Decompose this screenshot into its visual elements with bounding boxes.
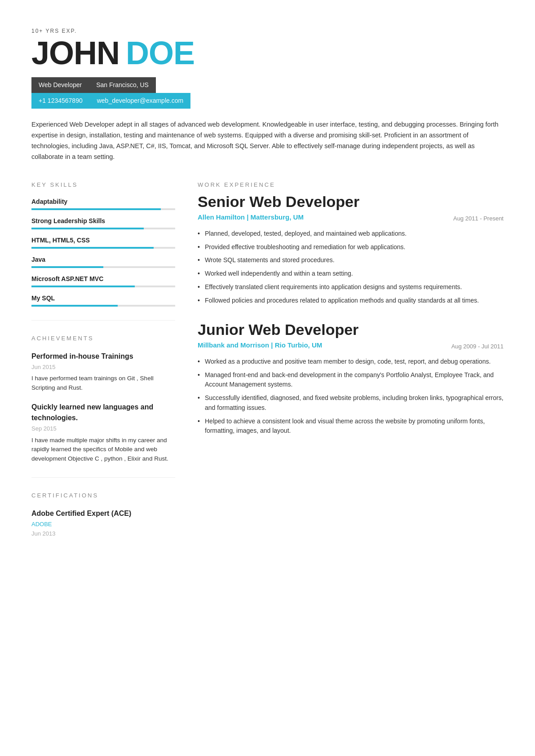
first-name: JOHN (31, 37, 119, 69)
work-bullet: Helped to achieve a consistent look and … (198, 417, 504, 436)
email-tag: web_developer@example.com (90, 93, 190, 109)
certifications-list: Adobe Certified Expert (ACE) ADOBE Jun 2… (31, 508, 175, 538)
work-list: Senior Web Developer Allen Hamilton | Ma… (198, 193, 504, 436)
work-bullets-list: Planned, developed, tested, deployed, an… (198, 229, 504, 305)
skills-list: Adaptability Strong Leadership Skills HT… (31, 197, 175, 307)
achievement-title: Performed in-house Trainings (31, 351, 175, 362)
skill-item: Strong Leadership Skills (31, 216, 175, 229)
skill-name: Java (31, 255, 175, 264)
work-date: Aug 2011 - Present (453, 212, 504, 223)
last-name: DOE (126, 37, 195, 69)
key-skills-title: KEY SKILLS (31, 180, 175, 189)
skill-name: HTML, HTML5, CSS (31, 236, 175, 245)
work-header: Allen Hamilton | Mattersburg, UM Aug 201… (198, 212, 504, 223)
work-company: Millbank and Morrison | Rio Turbio, UM (198, 340, 322, 351)
name-row: JOHN DOE (31, 37, 504, 69)
cert-date: Jun 2013 (31, 529, 175, 538)
skill-bar-fill (31, 208, 161, 210)
skill-bar-fill (31, 228, 144, 229)
work-bullet: Worked well independently and within a t… (198, 269, 504, 279)
skill-item: Java (31, 255, 175, 268)
work-bullet: Managed front-end and back-end developme… (198, 370, 504, 390)
work-item: Senior Web Developer Allen Hamilton | Ma… (198, 193, 504, 305)
left-column: KEY SKILLS Adaptability Strong Leadershi… (31, 180, 175, 538)
work-company: Allen Hamilton | Mattersburg, UM (198, 212, 304, 223)
achievement-desc: I have made multiple major shifts in my … (31, 436, 175, 464)
achievement-date: Jun 2015 (31, 363, 175, 372)
achievements-section: ACHIEVEMENTS Performed in-house Training… (31, 334, 175, 464)
location-tag: San Francisco, US (89, 77, 156, 93)
skill-bar-bg (31, 208, 175, 210)
work-bullet: Provided effective troubleshooting and r… (198, 242, 504, 252)
work-item: Junior Web Developer Millbank and Morris… (198, 321, 504, 436)
skill-bar-bg (31, 266, 175, 268)
key-skills-section: KEY SKILLS Adaptability Strong Leadershi… (31, 180, 175, 307)
skill-bar-bg (31, 247, 175, 249)
skill-bar-bg (31, 228, 175, 229)
contact-line-1: Web Developer San Francisco, US (31, 77, 504, 93)
work-bullet: Followed policies and procedures related… (198, 296, 504, 306)
skill-name: Adaptability (31, 197, 175, 207)
skill-bar-fill (31, 266, 103, 268)
skill-bar-fill (31, 247, 154, 249)
achievements-list: Performed in-house Trainings Jun 2015 I … (31, 351, 175, 464)
achievement-desc: I have performed team trainings on Git ,… (31, 374, 175, 393)
contact-line-2: +1 1234567890 web_developer@example.com (31, 93, 504, 109)
certifications-section: CERTIFICATIONS Adobe Certified Expert (A… (31, 491, 175, 538)
right-column: WORK EXPERIENCE Senior Web Developer All… (198, 180, 504, 538)
work-bullet: Worked as a productive and positive team… (198, 357, 504, 367)
achievements-title: ACHIEVEMENTS (31, 334, 175, 343)
work-bullet: Effectively translated client requiremen… (198, 282, 504, 292)
achievement-title: Quickly learned new languages and techno… (31, 402, 175, 423)
achievement-date: Sep 2015 (31, 424, 175, 433)
cert-title: Adobe Certified Expert (ACE) (31, 508, 175, 519)
skill-bar-bg (31, 286, 175, 287)
skill-item: Microsoft ASP.NET MVC (31, 274, 175, 287)
skill-bar-fill (31, 286, 135, 287)
contact-bar: Web Developer San Francisco, US +1 12345… (31, 77, 504, 109)
job-title-tag: Web Developer (31, 77, 89, 93)
certifications-title: CERTIFICATIONS (31, 491, 175, 500)
work-bullet: Wrote SQL statements and stored procedur… (198, 255, 504, 265)
certification-item: Adobe Certified Expert (ACE) ADOBE Jun 2… (31, 508, 175, 538)
achievement-item: Performed in-house Trainings Jun 2015 I … (31, 351, 175, 393)
work-header: Millbank and Morrison | Rio Turbio, UM A… (198, 340, 504, 351)
skill-name: Strong Leadership Skills (31, 216, 175, 226)
skill-item: My SQL (31, 294, 175, 307)
skill-bar-fill (31, 305, 118, 307)
exp-label: 10+ YRS EXP. (31, 27, 504, 35)
achievement-item: Quickly learned new languages and techno… (31, 402, 175, 464)
skill-item: HTML, HTML5, CSS (31, 236, 175, 249)
work-date: Aug 2009 - Jul 2011 (451, 340, 504, 351)
phone-tag: +1 1234567890 (31, 93, 90, 109)
work-job-title: Junior Web Developer (198, 321, 504, 338)
summary: Experienced Web Developer adept in all s… (31, 119, 504, 163)
two-col-layout: KEY SKILLS Adaptability Strong Leadershi… (31, 180, 504, 538)
work-job-title: Senior Web Developer (198, 193, 504, 210)
skill-bar-bg (31, 305, 175, 307)
skill-item: Adaptability (31, 197, 175, 210)
skill-name: Microsoft ASP.NET MVC (31, 274, 175, 284)
cert-org: ADOBE (31, 520, 175, 529)
work-bullets-list: Worked as a productive and positive team… (198, 357, 504, 436)
work-experience-title: WORK EXPERIENCE (198, 180, 504, 189)
work-bullet: Successfully identified, diagnosed, and … (198, 393, 504, 413)
skill-name: My SQL (31, 294, 175, 303)
work-bullet: Planned, developed, tested, deployed, an… (198, 229, 504, 239)
